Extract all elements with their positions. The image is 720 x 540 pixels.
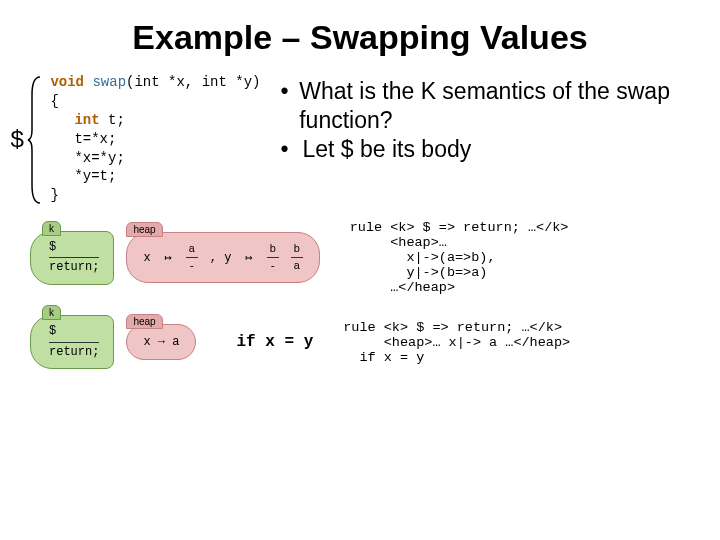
bullet-2: Let $ be its body	[302, 135, 471, 164]
condition: if x = y	[236, 333, 313, 351]
rule-text-1: rule <k> $ => return; …</k> <heap>… x|->…	[350, 220, 720, 295]
bullets: •What is the K semantics of the swap fun…	[280, 77, 700, 163]
swap-code: void swap(int *x, int *y) { int t; t=*x;…	[50, 73, 260, 205]
diagram-row-1: k $ return; heap x↦ a - , y↦ b -	[30, 220, 720, 295]
dollar-symbol: $	[10, 127, 24, 154]
slide-title: Example – Swapping Values	[0, 18, 720, 57]
heap-cell-2: heap x → a	[114, 324, 196, 360]
top-row: $ void swap(int *x, int *y) { int t; t=*…	[0, 67, 720, 205]
k-tab-2: k	[42, 305, 61, 320]
dollar-bracket: $	[10, 75, 44, 205]
heap-tab-2: heap	[126, 314, 162, 329]
heap-cell-1: heap x↦ a - , y↦ b - b a	[114, 232, 319, 283]
diagram-row-2: k $ return; heap x → a if x = y rule <k>…	[30, 315, 720, 369]
curly-bracket-icon	[26, 75, 44, 205]
rule-text-2: rule <k> $ => return; …</k> <heap>… x|->…	[343, 320, 720, 365]
k-cell-1: k $ return;	[30, 231, 114, 285]
bullet-1: What is the K semantics of the swap func…	[299, 77, 700, 135]
k-tab-1: k	[42, 221, 61, 236]
k-cell-2: k $ return;	[30, 315, 114, 369]
diagrams: k $ return; heap x↦ a - , y↦ b -	[0, 220, 720, 369]
heap-tab-1: heap	[126, 222, 162, 237]
